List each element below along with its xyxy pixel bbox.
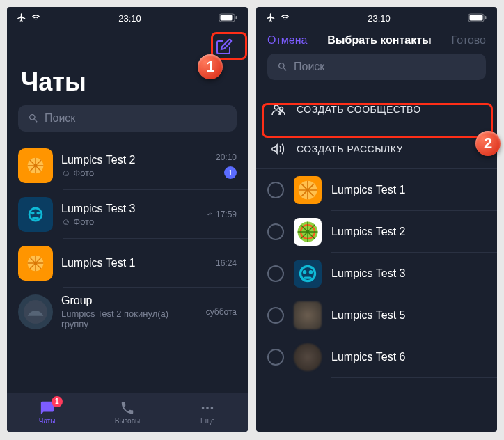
phone-contacts-screen: 23:10 Отмена Выбрать контакты Готово Пои… bbox=[256, 7, 497, 432]
search-input[interactable]: Поиск bbox=[267, 54, 486, 80]
marker-2: 2 bbox=[474, 129, 502, 157]
airplane-icon bbox=[17, 13, 26, 24]
avatar bbox=[294, 301, 322, 329]
modal-title: Выбрать контакты bbox=[307, 34, 451, 47]
delivered-icon bbox=[204, 211, 214, 218]
chat-item[interactable]: Lumpics Test 3 ☺ Фото 17:59 bbox=[7, 190, 248, 239]
svg-rect-8 bbox=[32, 217, 38, 219]
svg-point-6 bbox=[31, 212, 35, 215]
nav-more[interactable]: Ещё bbox=[168, 393, 248, 432]
contact-item[interactable]: Lumpics Test 5 bbox=[256, 294, 497, 336]
chat-name: Lumpics Test 3 bbox=[61, 203, 196, 215]
status-bar: 23:10 bbox=[7, 7, 248, 27]
chat-item[interactable]: Lumpics Test 2 ☺ Фото 20:10 1 bbox=[7, 141, 248, 190]
wifi-icon bbox=[31, 13, 41, 24]
chat-name: Group bbox=[61, 294, 198, 307]
airplane-icon bbox=[266, 13, 276, 24]
done-button[interactable]: Готово bbox=[452, 34, 486, 47]
search-placeholder: Поиск bbox=[294, 61, 324, 73]
status-time: 23:10 bbox=[118, 13, 141, 24]
avatar bbox=[294, 176, 322, 204]
contact-item[interactable]: Lumpics Test 6 bbox=[256, 336, 497, 378]
cancel-button[interactable]: Отмена bbox=[267, 34, 307, 47]
status-time: 23:10 bbox=[368, 13, 391, 24]
battery-icon bbox=[468, 13, 487, 24]
contact-list: Lumpics Test 1 Lumpics Test 2 Lumpics Te… bbox=[256, 169, 497, 378]
broadcast-icon bbox=[270, 141, 287, 157]
chat-time: 16:24 bbox=[216, 258, 237, 268]
chat-preview: Фото bbox=[73, 168, 94, 178]
svg-rect-26 bbox=[304, 276, 311, 278]
chat-item[interactable]: Group Lumpics Test 2 покинул(а) группу с… bbox=[7, 288, 248, 336]
chat-name: Lumpics Test 2 bbox=[61, 154, 207, 166]
chat-item[interactable]: Lumpics Test 1 16:24 bbox=[7, 239, 248, 288]
svg-point-12 bbox=[206, 407, 209, 409]
svg-point-13 bbox=[211, 407, 214, 409]
nav-label: Ещё bbox=[200, 417, 214, 425]
marker-1: 1 bbox=[196, 53, 224, 81]
svg-point-24 bbox=[303, 270, 307, 274]
status-bar: 23:10 bbox=[256, 7, 497, 27]
search-icon bbox=[28, 113, 39, 124]
avatar bbox=[294, 260, 322, 288]
svg-rect-15 bbox=[469, 15, 482, 20]
svg-point-11 bbox=[202, 407, 205, 409]
svg-point-7 bbox=[36, 212, 40, 215]
wifi-icon bbox=[280, 13, 290, 24]
contact-item[interactable]: Lumpics Test 2 bbox=[256, 211, 497, 253]
contact-name: Lumpics Test 5 bbox=[331, 309, 405, 322]
svg-point-18 bbox=[280, 107, 283, 111]
modal-header: Отмена Выбрать контакты Готово bbox=[256, 27, 497, 54]
action-label: СОЗДАТЬ РАССЫЛКУ bbox=[297, 143, 403, 155]
nav-label: Вызовы bbox=[115, 417, 140, 425]
contact-name: Lumpics Test 1 bbox=[331, 184, 405, 196]
community-icon bbox=[270, 101, 287, 118]
contact-name: Lumpics Test 3 bbox=[331, 267, 405, 280]
bottom-nav: Чаты 1 Вызовы Ещё bbox=[7, 393, 248, 432]
avatar bbox=[18, 294, 53, 329]
chat-name: Lumpics Test 1 bbox=[61, 257, 207, 269]
contact-item[interactable]: Lumpics Test 3 bbox=[256, 253, 497, 294]
contact-name: Lumpics Test 6 bbox=[331, 351, 405, 363]
phone-icon bbox=[120, 400, 135, 416]
search-icon bbox=[277, 61, 288, 72]
chat-preview: Lumpics Test 2 покинул(а) группу bbox=[61, 308, 198, 329]
photo-icon: ☺ bbox=[61, 217, 70, 227]
contact-radio[interactable] bbox=[267, 349, 284, 366]
action-label: СОЗДАТЬ СООБЩЕСТВО bbox=[297, 104, 421, 115]
chat-time: 20:10 bbox=[216, 152, 237, 162]
avatar bbox=[18, 246, 53, 281]
svg-point-17 bbox=[274, 105, 278, 109]
chat-preview: Фото bbox=[73, 217, 94, 227]
more-icon bbox=[200, 400, 215, 416]
svg-rect-1 bbox=[220, 15, 232, 20]
chat-time: суббота bbox=[206, 307, 237, 317]
avatar bbox=[294, 343, 322, 371]
nav-chats[interactable]: Чаты 1 bbox=[7, 393, 87, 432]
search-placeholder: Поиск bbox=[45, 112, 75, 125]
avatar bbox=[294, 218, 322, 246]
photo-icon: ☺ bbox=[61, 168, 70, 178]
chat-list: Lumpics Test 2 ☺ Фото 20:10 1 Lumpics Te… bbox=[7, 141, 248, 336]
avatar bbox=[18, 197, 53, 232]
chat-time: 17:59 bbox=[216, 210, 237, 219]
svg-rect-16 bbox=[485, 16, 486, 19]
contact-item[interactable]: Lumpics Test 1 bbox=[256, 169, 497, 211]
svg-point-25 bbox=[309, 270, 313, 274]
battery-icon bbox=[219, 13, 238, 24]
unread-badge: 1 bbox=[224, 166, 237, 179]
contact-radio[interactable] bbox=[267, 307, 284, 324]
svg-rect-2 bbox=[235, 16, 237, 19]
avatar bbox=[18, 148, 53, 183]
nav-badge: 1 bbox=[52, 396, 63, 407]
nav-calls[interactable]: Вызовы bbox=[87, 393, 167, 432]
contact-radio[interactable] bbox=[267, 223, 284, 240]
nav-label: Чаты bbox=[39, 417, 56, 425]
contact-name: Lumpics Test 2 bbox=[331, 226, 405, 238]
search-input[interactable]: Поиск bbox=[18, 105, 237, 132]
contact-radio[interactable] bbox=[267, 182, 284, 198]
contact-radio[interactable] bbox=[267, 265, 284, 282]
create-broadcast-button[interactable]: СОЗДАТЬ РАССЫЛКУ bbox=[256, 129, 497, 169]
create-community-button[interactable]: СОЗДАТЬ СООБЩЕСТВО bbox=[256, 90, 497, 129]
